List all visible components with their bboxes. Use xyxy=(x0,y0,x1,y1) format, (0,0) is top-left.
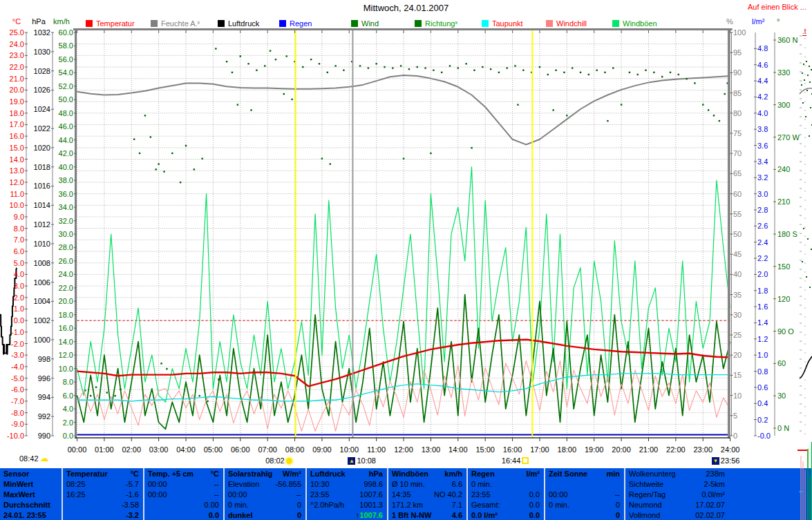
glance-direction-dot xyxy=(802,73,803,74)
table-cell-value: 0.0l/m² xyxy=(701,490,725,500)
series-direction-dot xyxy=(215,48,216,49)
table-row: LuftdruckhPa xyxy=(307,469,387,479)
humidity-axis-label: 50 xyxy=(733,230,742,238)
rain-axis-label: 2.6 xyxy=(757,222,768,230)
rain-axis-label: -0.0 xyxy=(757,432,771,440)
table-row: dunkel0 xyxy=(225,510,305,520)
legend-item-temperatur: Temperatur xyxy=(86,19,135,28)
table-row: 08:25-5.7 xyxy=(63,479,143,490)
wind-axis-label: 18.0 xyxy=(59,311,73,319)
table-row: 23:550.0 xyxy=(468,490,544,500)
table-row: 00:00-- xyxy=(144,490,223,500)
series-dewpoint xyxy=(77,374,730,401)
table-cell-value: 4.6 xyxy=(452,510,462,520)
legend-swatch-icon xyxy=(279,20,286,27)
table-cell-label: 00:00 xyxy=(549,490,568,500)
table-row: MaxWert xyxy=(0,490,62,500)
series-direction-dot xyxy=(637,74,639,75)
glance-direction-dot xyxy=(807,238,809,240)
rain-axis-label: 3.0 xyxy=(757,190,768,198)
temp-axis-label: 13.0 xyxy=(10,166,24,175)
pressure-axis-label: 1028 xyxy=(34,67,50,75)
humidity-axis-label: 85 xyxy=(733,89,742,97)
time-label-1900: 19:00 xyxy=(580,445,608,454)
axis-humidity-unit-label: % xyxy=(726,17,733,26)
pressure-axis-label: 1006 xyxy=(34,278,50,287)
series-direction-dot xyxy=(686,78,687,79)
pressure-axis-label: 998 xyxy=(38,355,50,363)
table-row: 0 min. xyxy=(468,479,544,490)
series-direction-dot xyxy=(514,65,516,66)
temp-axis-label: 0.0 xyxy=(14,316,24,325)
series-direction-dot xyxy=(171,153,173,154)
glance-direction-dot xyxy=(806,276,807,278)
table-cell-label: 00:00 xyxy=(148,479,167,490)
weather-chart: 25.024.023.022.021.020.019.018.017.016.0… xyxy=(0,0,812,520)
at-a-glance-link[interactable]: Auf einen Blick ... xyxy=(748,3,806,11)
table-row: -3.58 xyxy=(63,500,143,510)
wind-axis-label: 40.0 xyxy=(59,163,73,171)
table-row: ↑1007.6 xyxy=(307,510,387,520)
table-cell-label: 171.2 km xyxy=(392,500,423,510)
direction-axis-label: 240 xyxy=(777,165,790,173)
series-direction-dot xyxy=(702,104,704,105)
wind-axis-label: 22.0 xyxy=(59,284,73,292)
wind-axis-label: 32.0 xyxy=(59,217,73,225)
table-col-temperatur: Temperatur°C08:25-5.716:25-1.6-3.58-3.2 xyxy=(63,468,143,520)
sunset-icon xyxy=(522,457,529,464)
pressure-axis-label: 1020 xyxy=(34,144,50,152)
table-cell-label: Temp. +5 cm xyxy=(148,469,193,479)
table-col-regen: Regenl/m²0 min.23:550.0Gesamt:0.00.0 l/m… xyxy=(468,468,544,520)
humidity-axis-label: 90 xyxy=(733,68,742,77)
table-cell-label: Regen/Tag xyxy=(629,490,665,500)
temp-axis-label: -4.0 xyxy=(11,363,24,371)
table-cell-label: 10:30 xyxy=(310,479,330,490)
series-direction-dot xyxy=(661,76,663,77)
table-row: Wolkenunterg238m xyxy=(625,469,729,479)
table-cell-label: MinWert xyxy=(3,479,33,490)
time-label-1200: 12:00 xyxy=(390,445,417,454)
series-direction-dot xyxy=(678,74,679,75)
table-cell-label: Gesamt: xyxy=(471,500,500,510)
table-row xyxy=(545,479,624,490)
legend-item-feuchtea: Feuchte A.ˣ xyxy=(151,19,200,28)
wind-axis-label: 8.0 xyxy=(63,378,73,386)
temp-axis-label: 14.0 xyxy=(10,155,24,164)
wind-axis-label: 50.0 xyxy=(59,95,73,104)
glance-direction-dot xyxy=(806,61,807,62)
table-row: 00:00-- xyxy=(545,490,624,500)
series-direction-dot xyxy=(604,72,605,73)
time-label-2200: 22:00 xyxy=(662,445,690,454)
series-temperature xyxy=(77,340,730,387)
time-label-1000: 10:00 xyxy=(335,445,363,454)
legend-label: Feuchte A.ˣ xyxy=(161,19,200,28)
series-direction-dot xyxy=(334,65,336,66)
time-label-0800: 08:00 xyxy=(281,445,309,454)
glance-direction-dot xyxy=(805,116,806,117)
glance-direction-dot xyxy=(809,81,811,83)
table-cell-label: 0 min. xyxy=(549,500,569,510)
rain-axis-label: 4.8 xyxy=(757,44,768,52)
temp-axis-label: 6.0 xyxy=(14,247,24,256)
time-label-1800: 18:00 xyxy=(553,445,580,454)
table-cell-value: 998.6 xyxy=(363,479,383,490)
pressure-axis-label: 1012 xyxy=(34,220,50,229)
wind-axis-label: 6.0 xyxy=(63,392,73,400)
table-row: 00:00-- xyxy=(144,479,223,490)
wind-axis-label: 2.0 xyxy=(63,418,73,427)
humidity-axis-label: 20 xyxy=(733,351,742,359)
series-direction-dot xyxy=(150,136,151,137)
table-cell-label: dunkel xyxy=(228,510,252,520)
table-separator xyxy=(223,468,225,520)
annotation-time-label: 08:42 xyxy=(19,454,39,463)
table-col-luftdruck: LuftdruckhPa10:30998.623:551007.6^2.0hPa… xyxy=(307,468,387,520)
temp-axis-label: -2.0 xyxy=(11,340,24,348)
table-cell-value: l/m² xyxy=(526,469,540,479)
temp-axis-label: -10.0 xyxy=(7,432,24,440)
series-direction-dot xyxy=(133,138,135,139)
glance-humidity-curve xyxy=(800,88,812,94)
temp-axis-label: 8.0 xyxy=(14,224,24,233)
table-cell-value: 6.6 xyxy=(452,479,462,490)
glance-direction-dot xyxy=(806,90,808,91)
plot-border-top xyxy=(73,28,733,30)
